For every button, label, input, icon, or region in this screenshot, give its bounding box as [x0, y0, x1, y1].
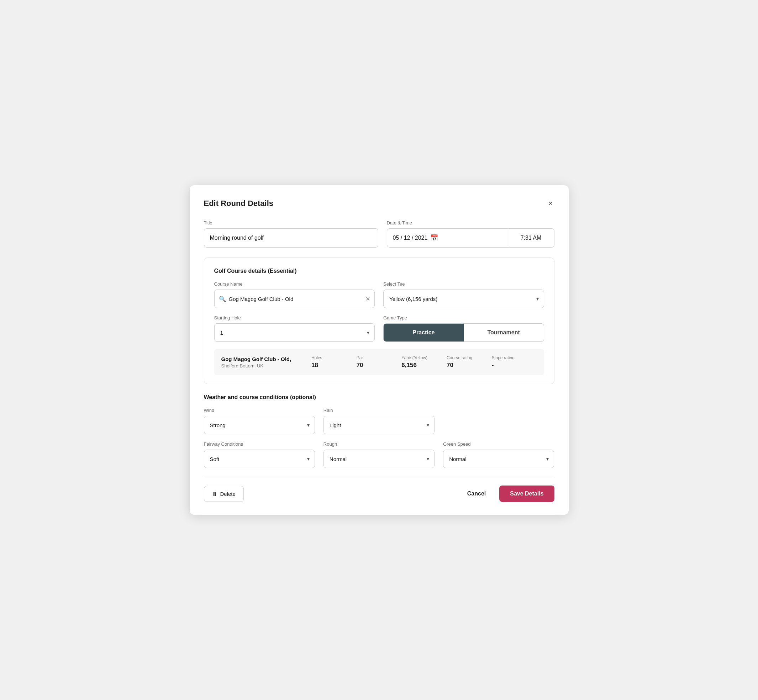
search-icon: 🔍 [219, 295, 226, 302]
green-speed-wrapper[interactable]: Normal Slow Fast ▾ [443, 450, 554, 468]
rain-wrapper[interactable]: Light Heavy None ▾ [324, 416, 434, 434]
rough-group: Rough Normal Soft Hard ▾ [324, 441, 434, 468]
datetime-group: 05 / 12 / 2021 📅 7:31 AM [387, 228, 554, 248]
datetime-field-group: Date & Time 05 / 12 / 2021 📅 7:31 AM [387, 220, 554, 248]
footer-row: 🗑 Delete Cancel Save Details [204, 486, 554, 502]
rough-label: Rough [324, 441, 434, 447]
slope-rating-value: - [492, 362, 537, 369]
starting-hole-dropdown[interactable]: 1 2 10 [220, 330, 369, 336]
edit-round-modal: Edit Round Details × Title Date & Time 0… [190, 185, 568, 515]
stat-slope-rating: Slope rating - [492, 355, 537, 369]
yards-value: 6,156 [401, 362, 446, 369]
title-label: Title [204, 220, 378, 225]
modal-title: Edit Round Details [204, 199, 274, 208]
trash-icon: 🗑 [212, 491, 218, 497]
title-field-group: Title [204, 220, 378, 248]
hole-gametype-row: Starting Hole 1 2 10 ▾ Game Type Practic… [214, 315, 544, 342]
stat-holes: Holes 18 [312, 355, 357, 369]
rough-wrapper[interactable]: Normal Soft Hard ▾ [324, 450, 434, 468]
starting-hole-label: Starting Hole [214, 315, 375, 320]
cancel-button[interactable]: Cancel [461, 486, 492, 502]
time-field[interactable]: 7:31 AM [508, 228, 554, 248]
save-button[interactable]: Save Details [499, 486, 554, 502]
stat-course-rating: Course rating 70 [446, 355, 492, 369]
date-field[interactable]: 05 / 12 / 2021 📅 [387, 228, 508, 248]
footer-right: Cancel Save Details [461, 486, 554, 502]
rain-group: Rain Light Heavy None ▾ [324, 408, 434, 434]
fairway-dropdown[interactable]: Soft Normal Hard [210, 456, 309, 462]
course-info-row: Gog Magog Golf Club - Old, Shelford Bott… [214, 349, 544, 375]
course-tee-row: Course Name 🔍 ✕ Select Tee Yellow (6,156… [214, 281, 544, 308]
course-info-name: Gog Magog Golf Club - Old, Shelford Bott… [221, 356, 312, 369]
weather-section: Weather and course conditions (optional)… [204, 394, 554, 468]
time-value: 7:31 AM [521, 235, 542, 241]
calendar-icon: 📅 [430, 234, 438, 242]
weather-title: Weather and course conditions (optional) [204, 394, 554, 400]
clear-icon[interactable]: ✕ [365, 295, 370, 302]
par-value: 70 [357, 362, 402, 369]
course-name-label: Course Name [214, 281, 375, 287]
delete-label: Delete [220, 491, 236, 497]
yards-label: Yards(Yellow) [401, 355, 446, 360]
course-name-group: Course Name 🔍 ✕ [214, 281, 375, 308]
select-tee-group: Select Tee Yellow (6,156 yards) White Re… [383, 281, 544, 308]
game-type-label: Game Type [383, 315, 544, 320]
wind-rain-row: Wind Strong Light Moderate None ▾ Rain L… [204, 408, 554, 434]
course-rating-label: Course rating [446, 355, 492, 360]
select-tee-label: Select Tee [383, 281, 544, 287]
holes-label: Holes [312, 355, 357, 360]
wind-wrapper[interactable]: Strong Light Moderate None ▾ [204, 416, 315, 434]
course-section-title: Golf Course details (Essential) [214, 268, 544, 274]
holes-value: 18 [312, 362, 357, 369]
stat-yards: Yards(Yellow) 6,156 [401, 355, 446, 369]
rough-dropdown[interactable]: Normal Soft Hard [329, 456, 429, 462]
fairway-label: Fairway Conditions [204, 441, 315, 447]
course-info-location: Shelford Bottom, UK [221, 363, 312, 369]
green-speed-label: Green Speed [443, 441, 554, 447]
footer-divider [204, 477, 554, 477]
select-tee-dropdown[interactable]: Yellow (6,156 yards) White Red [389, 296, 538, 302]
wind-dropdown[interactable]: Strong Light Moderate None [210, 422, 309, 428]
stat-par: Par 70 [357, 355, 402, 369]
modal-header: Edit Round Details × [204, 198, 554, 209]
green-speed-group: Green Speed Normal Slow Fast ▾ [443, 441, 554, 468]
fairway-rough-green-row: Fairway Conditions Soft Normal Hard ▾ Ro… [204, 441, 554, 468]
course-rating-value: 70 [446, 362, 492, 369]
course-info-bold: Gog Magog Golf Club - Old, [221, 356, 312, 362]
fairway-wrapper[interactable]: Soft Normal Hard ▾ [204, 450, 315, 468]
fairway-group: Fairway Conditions Soft Normal Hard ▾ [204, 441, 315, 468]
delete-button[interactable]: 🗑 Delete [204, 486, 244, 502]
course-name-input[interactable] [229, 296, 363, 302]
green-speed-dropdown[interactable]: Normal Slow Fast [449, 456, 548, 462]
game-type-toggle: Practice Tournament [383, 323, 544, 342]
title-input[interactable] [204, 228, 378, 248]
rain-dropdown[interactable]: Light Heavy None [329, 422, 429, 428]
wind-label: Wind [204, 408, 315, 413]
tournament-button[interactable]: Tournament [464, 324, 544, 341]
close-button[interactable]: × [547, 198, 554, 209]
rain-label: Rain [324, 408, 434, 413]
course-section: Golf Course details (Essential) Course N… [204, 258, 554, 384]
datetime-label: Date & Time [387, 220, 554, 225]
game-type-group: Game Type Practice Tournament [383, 315, 544, 342]
starting-hole-group: Starting Hole 1 2 10 ▾ [214, 315, 375, 342]
top-fields: Title Date & Time 05 / 12 / 2021 📅 7:31 … [204, 220, 554, 248]
slope-rating-label: Slope rating [492, 355, 537, 360]
practice-button[interactable]: Practice [384, 324, 464, 341]
select-tee-wrapper[interactable]: Yellow (6,156 yards) White Red ▾ [383, 289, 544, 308]
course-name-input-wrapper[interactable]: 🔍 ✕ [214, 289, 375, 308]
wind-group: Wind Strong Light Moderate None ▾ [204, 408, 315, 434]
par-label: Par [357, 355, 402, 360]
starting-hole-wrapper[interactable]: 1 2 10 ▾ [214, 323, 375, 342]
date-value: 05 / 12 / 2021 [393, 235, 428, 241]
